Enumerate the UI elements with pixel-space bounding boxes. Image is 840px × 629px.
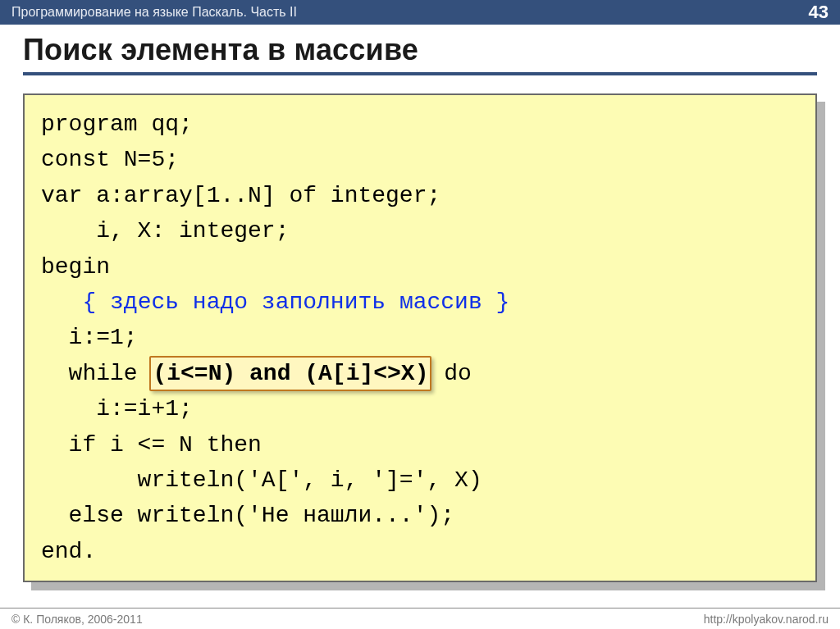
slide: Программирование на языке Паскаль. Часть…	[0, 0, 840, 629]
content-area: program qq; const N=5; var a:array[1..N]…	[0, 79, 840, 582]
page-number: 43	[809, 2, 829, 23]
code-line: end.	[41, 534, 799, 569]
code-line: var a:array[1..N] of integer;	[41, 178, 799, 213]
code-highlight-text: (i<=N) and (A[i]<>X)	[153, 361, 428, 386]
title-underline	[23, 72, 817, 75]
footer: © К. Поляков, 2006-2011 http://kpolyakov…	[0, 608, 840, 629]
code-line: while (i<=N) and (A[i]<>X) do	[41, 356, 799, 391]
top-bar: Программирование на языке Паскаль. Часть…	[0, 0, 840, 25]
footer-url: http://kpolyakov.narod.ru	[704, 613, 829, 626]
code-line: { здесь надо заполнить массив }	[41, 285, 799, 320]
code-line: writeln('A[', i, ']=', X)	[41, 463, 799, 498]
course-title: Программирование на языке Паскаль. Часть…	[11, 5, 297, 20]
slide-title: Поиск элемента в массиве	[23, 33, 817, 67]
code-comment: { здесь надо заполнить массив }	[82, 289, 509, 315]
code-text: while	[41, 361, 151, 386]
code-line: i, X: integer;	[41, 213, 799, 248]
code-line: begin	[41, 249, 799, 285]
code-highlight: (i<=N) and (A[i]<>X)	[149, 356, 431, 391]
copyright-text: © К. Поляков, 2006-2011	[11, 613, 143, 626]
code-line: program qq;	[41, 107, 799, 142]
code-line: i:=1;	[41, 320, 799, 355]
code-box: program qq; const N=5; var a:array[1..N]…	[23, 93, 817, 582]
code-line: i:=i+1;	[41, 391, 799, 426]
code-text: do	[430, 361, 471, 386]
code-line: else writeln('Не нашли...');	[41, 498, 799, 533]
code-indent	[41, 289, 82, 315]
code-line: if i <= N then	[41, 427, 799, 463]
code-shadow: program qq; const N=5; var a:array[1..N]…	[23, 93, 817, 582]
title-area: Поиск элемента в массиве	[0, 25, 840, 79]
code-line: const N=5;	[41, 142, 799, 177]
